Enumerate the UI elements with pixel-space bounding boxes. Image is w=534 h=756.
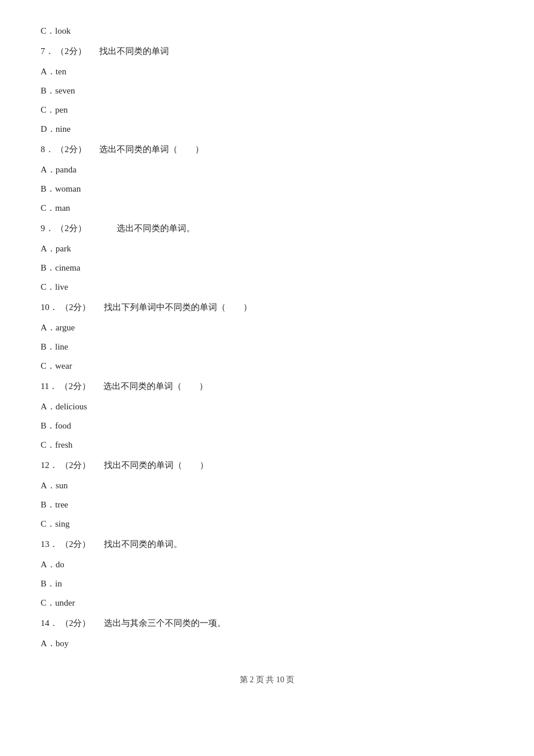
question-spacer [92,381,101,391]
option-word: food [55,421,71,430]
option-word: seven [55,86,75,95]
question-11-header: 11． （2分） 选出不同类的单词（ ） [41,379,493,394]
q10-option-c: C．wear [41,358,493,374]
option-letter: A． [41,244,56,253]
question-number: 8． [41,145,54,154]
question-spacer [93,460,102,470]
question-number: 9． [41,224,54,233]
q12-option-c: C．sing [41,516,493,532]
option-letter: C． [41,105,55,114]
option-word: line [55,342,68,351]
option-word: sun [56,481,68,490]
question-spacer [93,539,102,549]
q11-option-b: B．food [41,418,493,434]
option-letter: C． [41,361,55,370]
option-letter: A． [41,560,56,569]
q7-option-d: D．nine [41,121,493,137]
option-word: cinema [55,263,80,272]
q8-option-c: C．man [41,200,493,216]
option-letter: A． [41,67,56,76]
question-score: （2分） [56,145,86,154]
q12-option-a: A．sun [41,478,493,494]
option-letter: B． [41,86,55,95]
q10-option-a: A．argue [41,320,493,336]
option-letter: A． [41,481,56,490]
question-score: （2分） [60,303,91,312]
question-12-header: 12． （2分） 找出不同类的单词（ ） [41,458,493,473]
page-footer: 第 2 页 共 10 页 [41,675,493,685]
question-score: （2分） [56,46,86,56]
q9-option-c: C．live [41,279,493,295]
option-letter: B． [41,263,55,272]
q13-option-c: C．under [41,595,493,611]
option-word: pen [55,105,68,114]
option-word: in [55,579,62,588]
question-spacer [89,46,98,56]
q7-option-a: A．ten [41,64,493,80]
question-number: 14． [41,618,58,628]
option-letter: C． [41,440,55,449]
q9-option-a: A．park [41,241,493,257]
question-9-header: 9． （2分） 选出不同类的单词。 [41,221,493,236]
option-word: ten [56,67,66,76]
question-instruction: 找出不同类的单词（ ） [104,460,208,470]
question-spacer [93,618,102,628]
option-word: wear [55,361,72,370]
option-letter: B． [41,184,55,193]
question-instruction: 选出不同类的单词。 [117,224,195,233]
option-word: park [56,244,71,253]
option-letter: C． [41,26,55,35]
option-letter: A． [41,639,56,648]
q13-option-b: B．in [41,576,493,592]
q11-option-c: C．fresh [41,437,493,453]
q11-option-a: A．delicious [41,399,493,415]
option-word: sing [55,519,70,528]
question-instruction: 选出不同类的单词（ ） [103,381,208,391]
question-number: 12． [41,460,58,470]
option-letter: B． [41,579,55,588]
question-instruction: 找出不同类的单词。 [104,539,182,549]
option-word: live [55,282,68,291]
question-number: 10． [41,303,58,312]
option-word: fresh [55,440,73,449]
option-letter: A． [41,323,56,332]
question-instruction: 选出与其余三个不同类的一项。 [104,618,226,628]
option-word: do [56,560,64,569]
q9-option-b: B．cinema [41,260,493,276]
option-word: argue [56,323,75,332]
option-word: tree [55,500,68,509]
q7-option-b: B．seven [41,83,493,99]
option-word: woman [55,184,81,193]
question-number: 7． [41,46,54,56]
option-letter: C． [41,282,55,291]
option-letter: B． [41,342,55,351]
option-word: nine [56,124,71,134]
q12-option-b: B．tree [41,497,493,513]
q13-option-a: A．do [41,557,493,573]
option-word: panda [56,165,77,174]
question-score: （2分） [60,618,91,628]
option-word: under [55,598,75,607]
option-letter: C． [41,519,55,528]
q8-option-b: B．woman [41,181,493,197]
q14-option-a: A．boy [41,636,493,651]
question-spacer [93,303,102,312]
option-word: boy [56,639,69,648]
q7-option-c: C．pen [41,102,493,118]
question-14-header: 14． （2分） 选出与其余三个不同类的一项。 [41,615,493,631]
question-score: （2分） [56,224,86,233]
question-8-header: 8． （2分） 选出不同类的单词（ ） [41,142,493,157]
question-score: （2分） [60,539,91,549]
option-letter: B． [41,500,55,509]
q8-option-a: A．panda [41,162,493,178]
option-letter: C． [41,598,55,607]
question-instruction: 选出不同类的单词（ ） [99,145,204,154]
question-spacer [89,224,115,233]
question-score: （2分） [60,460,91,470]
question-score: （2分） [60,381,91,391]
option-letter: C． [41,203,55,213]
q10-option-b: B．line [41,339,493,355]
question-number: 13． [41,539,58,549]
option-letter: B． [41,421,55,430]
question-7-header: 7． （2分） 找出不同类的单词 [41,44,493,59]
